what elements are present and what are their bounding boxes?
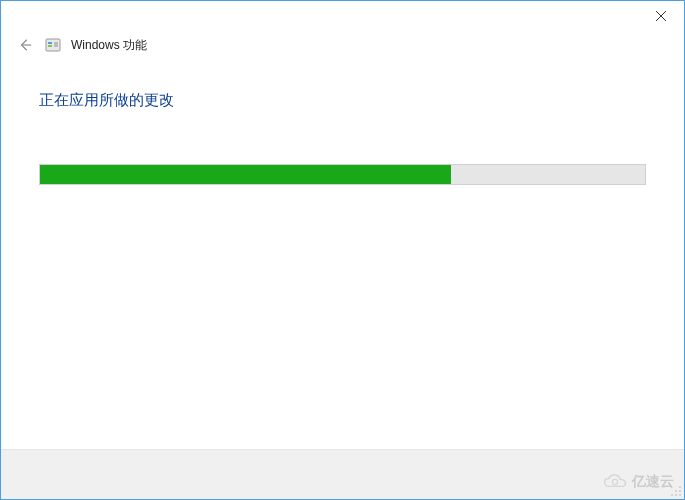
window-title: Windows 功能 (71, 37, 147, 54)
header-bar: Windows 功能 (1, 31, 684, 65)
windows-features-icon (45, 37, 61, 53)
back-arrow-icon (18, 38, 32, 52)
svg-point-8 (675, 490, 677, 492)
svg-point-10 (671, 494, 673, 496)
content-area: 正在应用所做的更改 (1, 65, 684, 449)
resize-grip-icon[interactable] (670, 485, 682, 497)
status-heading: 正在应用所做的更改 (39, 91, 646, 110)
titlebar (1, 1, 684, 31)
progress-bar (39, 164, 646, 185)
svg-point-12 (679, 494, 681, 496)
footer-bar (1, 449, 684, 499)
svg-point-7 (679, 486, 681, 488)
svg-rect-6 (54, 42, 58, 47)
close-button[interactable] (638, 1, 684, 31)
back-button[interactable] (15, 35, 35, 55)
dialog-window: Windows 功能 正在应用所做的更改 亿速云 (0, 0, 685, 500)
svg-rect-5 (48, 45, 52, 47)
svg-point-11 (675, 494, 677, 496)
svg-point-9 (679, 490, 681, 492)
close-icon (656, 11, 666, 21)
svg-rect-4 (48, 42, 52, 44)
progress-fill (40, 165, 451, 184)
